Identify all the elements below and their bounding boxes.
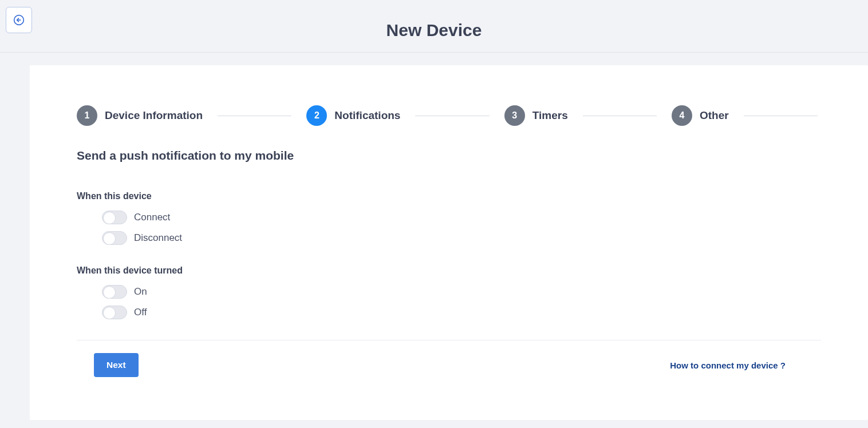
- back-button[interactable]: [6, 7, 32, 33]
- step-number-2: 2: [306, 105, 327, 126]
- toggle-disconnect[interactable]: [102, 231, 127, 245]
- step-divider: [218, 116, 291, 116]
- toggle-connect[interactable]: [102, 211, 127, 224]
- steps-bar: 1 Device Information 2 Notifications 3 T…: [77, 105, 821, 126]
- toggle-off[interactable]: [102, 306, 127, 319]
- toggle-label-off: Off: [134, 307, 147, 318]
- toggle-row-connect: Connect: [77, 211, 821, 224]
- toggle-row-on: On: [77, 285, 821, 299]
- step-number-1: 1: [77, 105, 97, 126]
- next-button[interactable]: Next: [94, 353, 139, 377]
- step-number-4: 4: [672, 105, 692, 126]
- bottom-bar: Next How to connect my device ?: [77, 340, 821, 377]
- toggle-on[interactable]: [102, 285, 127, 299]
- help-link[interactable]: How to connect my device ?: [670, 360, 786, 370]
- step-divider: [744, 116, 818, 116]
- arrow-left-circle-icon: [13, 14, 25, 26]
- top-bar: New Device: [0, 0, 868, 53]
- toggle-label-on: On: [134, 286, 147, 298]
- page-title: New Device: [0, 13, 868, 40]
- toggle-row-disconnect: Disconnect: [77, 231, 821, 245]
- section-title: Send a push notification to my mobile: [77, 149, 821, 163]
- wizard-panel: 1 Device Information 2 Notifications 3 T…: [30, 65, 868, 420]
- step-device-information[interactable]: 1 Device Information: [77, 105, 203, 126]
- step-label-1: Device Information: [105, 109, 203, 122]
- step-timers[interactable]: 3 Timers: [504, 105, 568, 126]
- step-notifications[interactable]: 2 Notifications: [306, 105, 400, 126]
- step-divider: [415, 116, 489, 116]
- toggle-label-disconnect: Disconnect: [134, 232, 182, 244]
- toggle-row-off: Off: [77, 306, 821, 319]
- toggle-label-connect: Connect: [134, 212, 170, 223]
- step-label-3: Timers: [532, 109, 568, 122]
- step-number-3: 3: [504, 105, 525, 126]
- step-other[interactable]: 4 Other: [672, 105, 729, 126]
- step-label-2: Notifications: [334, 109, 400, 122]
- group-label: When this device: [77, 191, 821, 201]
- group-when-this-device-turned: When this device turned On Off: [77, 265, 821, 319]
- step-divider: [583, 116, 657, 116]
- group-label: When this device turned: [77, 265, 821, 276]
- step-label-4: Other: [700, 109, 729, 122]
- group-when-this-device: When this device Connect Disconnect: [77, 191, 821, 245]
